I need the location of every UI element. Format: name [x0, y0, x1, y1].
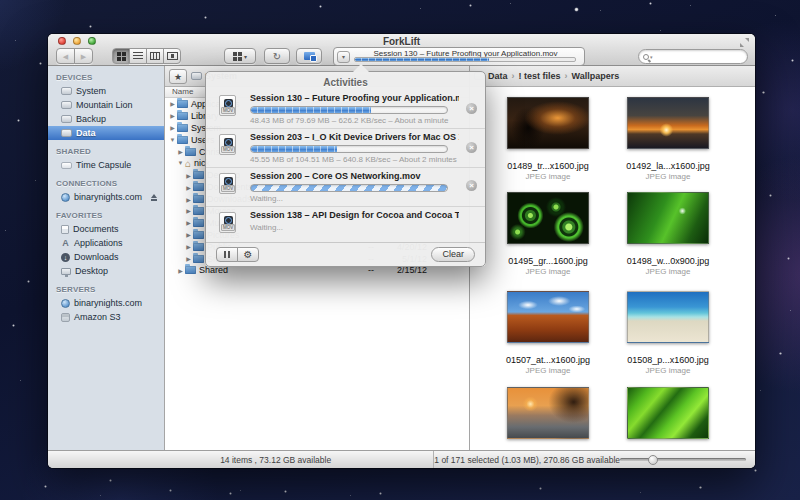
disclosure-triangle-icon[interactable]: ▶: [176, 267, 185, 274]
right-pathbar: Data›! test files›Wallpapers: [470, 66, 755, 87]
file-item[interactable]: 01489_tr...x1600.jpg JPEG image: [487, 97, 609, 192]
coverflow-view-button[interactable]: [163, 48, 181, 64]
disclosure-triangle-icon[interactable]: ▶: [184, 184, 193, 191]
tree-row-icon: [193, 195, 204, 203]
disclosure-triangle-icon[interactable]: ▶: [176, 148, 185, 155]
activity-progress-track: [250, 106, 448, 114]
stars-decoration: [0, 0, 1, 1]
activities-footer: ⚙ Clear: [206, 242, 485, 266]
file-thumbnail[interactable]: [507, 387, 589, 439]
tree-row-icon: [177, 100, 188, 108]
sidebar-item-system[interactable]: System: [48, 84, 164, 98]
activities-popover: Activities MOV Session 130 – Future Proo…: [205, 71, 486, 267]
activities-popover-toggle[interactable]: ▾: [337, 51, 350, 63]
file-thumbnail[interactable]: [627, 291, 709, 343]
settings-button[interactable]: ⚙: [237, 247, 259, 262]
disclosure-triangle-icon[interactable]: ▶: [184, 219, 193, 226]
view-options-dropdown[interactable]: ▾: [224, 48, 256, 64]
tree-row-icon: ⌂: [185, 159, 191, 168]
slider-knob[interactable]: [648, 455, 658, 465]
breadcrumb-separator: ›: [511, 71, 516, 81]
sidebar-item-label: Mountain Lion: [76, 100, 133, 110]
sidebar-item-amazon-s3[interactable]: Amazon S3: [48, 310, 164, 324]
disclosure-triangle-icon[interactable]: ▶: [184, 231, 193, 238]
desktop: ForkLift ◀ ▶ ▾ ↻ ▾ Session 130: [0, 0, 800, 500]
sidebar-item-downloads[interactable]: ↓ Downloads: [48, 250, 164, 264]
file-thumbnail[interactable]: [627, 387, 709, 439]
list-view-button[interactable]: [129, 48, 147, 64]
disclosure-triangle-icon[interactable]: ▶: [184, 172, 193, 179]
breadcrumb-separator: ›: [564, 71, 569, 81]
tree-row-icon: [193, 219, 204, 227]
pause-button[interactable]: [216, 247, 238, 262]
file-thumbnail[interactable]: [627, 97, 709, 149]
disclosure-triangle-icon[interactable]: ▶: [184, 243, 193, 250]
toolbar-progress-track: [354, 57, 576, 62]
sidebar-section: DEVICES System Mountain Lion Backup Data: [48, 66, 164, 140]
breadcrumb[interactable]: Data›! test files›Wallpapers: [474, 71, 619, 81]
sync-button[interactable]: ↻: [264, 48, 290, 64]
file-thumbnail[interactable]: [507, 291, 589, 343]
file-item[interactable]: 01495_gr...1600.jpg JPEG image: [487, 192, 609, 287]
fullscreen-icon[interactable]: [740, 38, 749, 47]
disclosure-triangle-icon[interactable]: ▶: [184, 196, 193, 203]
activity-name: Session 130 – Future Proofing your Appli…: [250, 93, 459, 104]
sidebar-item-desktop[interactable]: Desktop: [48, 264, 164, 278]
forward-button[interactable]: ▶: [74, 48, 93, 64]
sidebar: DEVICES System Mountain Lion Backup Data…: [48, 66, 165, 450]
cancel-activity-button[interactable]: ×: [466, 180, 477, 191]
disclosure-triangle-icon[interactable]: ▶: [184, 255, 193, 262]
search-options-chevron-icon[interactable]: ▾: [650, 54, 653, 60]
icon-view-button[interactable]: [112, 48, 130, 64]
favorites-star-button[interactable]: ★: [169, 69, 187, 84]
file-thumbnail[interactable]: [627, 192, 709, 244]
disclosure-triangle-icon[interactable]: ▶: [168, 100, 177, 107]
toolbar-activity-widget[interactable]: ▾ Session 130 – Future Proofing your App…: [333, 47, 585, 66]
sidebar-item-backup[interactable]: Backup: [48, 112, 164, 126]
search-field[interactable]: ▾: [638, 49, 748, 64]
disclosure-triangle-icon[interactable]: ▼: [176, 160, 185, 166]
breadcrumb-label[interactable]: Wallpapers: [572, 71, 620, 81]
sidebar-item-label: Backup: [76, 114, 106, 124]
sidebar-item-documents[interactable]: Documents: [48, 222, 164, 236]
clear-button[interactable]: Clear: [431, 247, 475, 262]
disclosure-triangle-icon[interactable]: ▶: [168, 112, 177, 119]
eject-icon[interactable]: [150, 194, 158, 201]
cancel-activity-button[interactable]: ×: [466, 142, 477, 153]
sidebar-item-label: Applications: [74, 238, 123, 248]
mov-file-icon: MOV: [219, 134, 236, 155]
file-item[interactable]: [607, 387, 729, 450]
sidebar-item-binarynights-com[interactable]: binarynights.com: [48, 296, 164, 310]
sidebar-item-binarynights-com[interactable]: binarynights.com: [48, 190, 164, 204]
sidebar-item-time-capsule[interactable]: Time Capsule: [48, 158, 164, 172]
file-item[interactable]: 01507_at...x1600.jpg JPEG image: [487, 291, 609, 386]
file-name: 01492_la...x1600.jpg: [607, 161, 729, 171]
sidebar-item-applications[interactable]: A Applications: [48, 236, 164, 250]
breadcrumb-label[interactable]: Data: [488, 71, 508, 81]
activity-name: Session 200 – Core OS Networking.mov: [250, 171, 459, 182]
tree-row-icon: [193, 183, 204, 191]
disclosure-triangle-icon[interactable]: ▼: [168, 137, 177, 143]
file-item[interactable]: 01508_p...x1600.jpg JPEG image: [607, 291, 729, 386]
back-button[interactable]: ◀: [56, 48, 75, 64]
file-item[interactable]: [487, 387, 609, 450]
cancel-activity-button[interactable]: ×: [466, 103, 477, 114]
disclosure-triangle-icon[interactable]: ▶: [168, 124, 177, 131]
view-mode-segmented-control: [112, 48, 181, 64]
disclosure-triangle-icon[interactable]: ▶: [184, 207, 193, 214]
grid-view-icon: [117, 52, 126, 61]
breadcrumb-label[interactable]: ! test files: [519, 71, 561, 81]
sidebar-section-title: CONNECTIONS: [48, 172, 164, 190]
transfer-button[interactable]: [296, 48, 322, 64]
file-item[interactable]: 01498_w...0x900.jpg JPEG image: [607, 192, 729, 287]
file-thumbnail[interactable]: [507, 97, 589, 149]
file-item[interactable]: 01492_la...x1600.jpg JPEG image: [607, 97, 729, 192]
file-thumbnail[interactable]: [507, 192, 589, 244]
thumbnail-zoom-slider[interactable]: [620, 458, 746, 461]
column-view-button[interactable]: [146, 48, 164, 64]
tree-row-icon: [193, 231, 204, 239]
search-input[interactable]: [654, 52, 734, 61]
sidebar-item-data[interactable]: Data: [48, 126, 164, 140]
file-kind: JPEG image: [607, 366, 729, 375]
sidebar-item-mountain-lion[interactable]: Mountain Lion: [48, 98, 164, 112]
